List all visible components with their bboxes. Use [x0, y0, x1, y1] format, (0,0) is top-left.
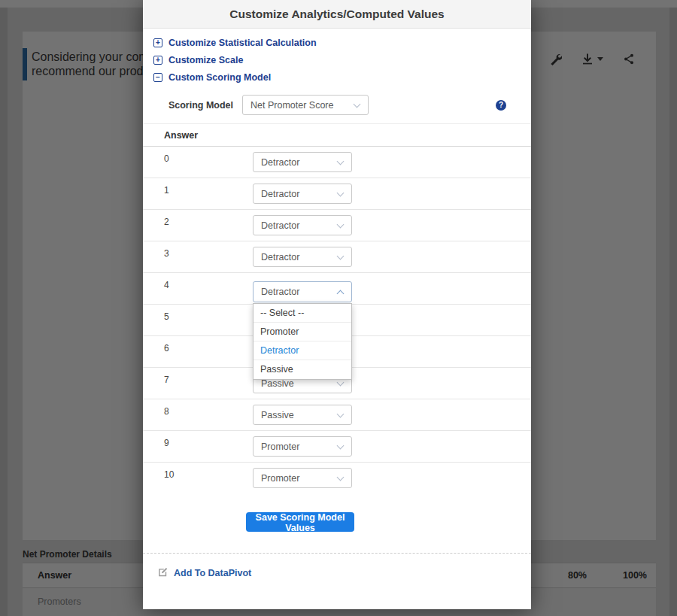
- accordion-sections: +Customize Statistical Calculation+Custo…: [143, 29, 531, 83]
- selected-category: Detractor: [261, 287, 299, 297]
- answer-row-9: 9Promoter: [143, 431, 531, 463]
- answer-category-select[interactable]: Detractor: [253, 215, 352, 235]
- minus-square-icon[interactable]: −: [153, 73, 162, 82]
- answer-row-10: 10Promoter: [143, 463, 531, 494]
- dropdown-options-panel: -- Select --PromoterDetractorPassive: [253, 303, 352, 380]
- answer-value-label: 4: [164, 280, 169, 290]
- chevron-down-icon: [337, 442, 345, 450]
- selected-category: Detractor: [261, 252, 299, 262]
- answer-category-select[interactable]: Promoter: [253, 468, 352, 488]
- answer-table-header: Answer: [143, 124, 531, 147]
- selected-category: Detractor: [261, 220, 299, 231]
- answer-category-select[interactable]: Detractor: [253, 247, 352, 267]
- answer-value-label: 0: [164, 153, 169, 164]
- scoring-model-select[interactable]: Net Promoter Score: [242, 95, 369, 115]
- selected-category: Promoter: [261, 473, 299, 484]
- answer-header-label: Answer: [164, 130, 198, 141]
- answer-value-label: 3: [164, 248, 169, 259]
- scoring-model-row: Scoring Model Net Promoter Score ?: [143, 95, 531, 115]
- answer-value-label: 2: [164, 217, 169, 227]
- section-label: Customize Scale: [168, 55, 243, 65]
- selected-category: Detractor: [261, 189, 299, 199]
- dropdown-option[interactable]: -- Select --: [253, 304, 351, 323]
- answer-value-label: 1: [164, 185, 169, 196]
- chevron-down-icon: [337, 411, 345, 418]
- answer-value-label: 8: [164, 406, 169, 417]
- scoring-model-value: Net Promoter Score: [250, 100, 333, 111]
- chevron-down-icon: [337, 474, 345, 481]
- answer-value-label: 10: [164, 469, 174, 480]
- chevron-down-icon: [337, 379, 345, 387]
- plus-square-icon[interactable]: +: [153, 56, 162, 65]
- save-scoring-model-button[interactable]: Save Scoring Model Values: [246, 512, 354, 532]
- chevron-down-icon: [337, 221, 345, 229]
- add-to-datapivot-label: Add To DataPivot: [174, 568, 251, 578]
- answer-value-label: 7: [164, 375, 169, 385]
- scoring-model-label: Scoring Model: [153, 100, 233, 111]
- chevron-down-icon: [337, 253, 345, 260]
- accordion-section-customize-scale[interactable]: +Customize Scale: [153, 53, 521, 66]
- save-button-row: Save Scoring Model Values: [143, 512, 531, 532]
- edit-icon: [158, 566, 168, 580]
- dropdown-option[interactable]: Promoter: [253, 323, 351, 341]
- add-to-datapivot-link[interactable]: Add To DataPivot: [158, 566, 531, 580]
- chevron-down-icon: [337, 190, 345, 197]
- modal-header: Customize Analytics/Computed Values: [143, 0, 531, 29]
- answer-value-label: 9: [164, 438, 169, 448]
- selected-category: Detractor: [261, 157, 299, 168]
- answer-row-3: 3Detractor: [143, 241, 531, 273]
- answer-value-label: 6: [164, 343, 169, 354]
- selected-category: Passive: [261, 410, 294, 420]
- selected-category: Promoter: [261, 442, 299, 452]
- section-label: Custom Scoring Model: [168, 72, 271, 83]
- answer-row-0: 0Detractor: [143, 147, 531, 178]
- answer-rows: 0Detractor1Detractor2Detractor3Detractor…: [143, 147, 531, 494]
- answer-category-select[interactable]: Promoter: [253, 436, 352, 457]
- accordion-section-customize-statistical-calculation[interactable]: +Customize Statistical Calculation: [153, 36, 521, 49]
- answer-category-select[interactable]: Detractor: [253, 281, 352, 302]
- answer-value-label: 5: [164, 311, 169, 322]
- answer-row-4: 4Detractor-- Select --PromoterDetractorP…: [143, 273, 531, 305]
- answer-row-1: 1Detractor: [143, 178, 531, 210]
- answer-category-select[interactable]: Detractor: [253, 184, 352, 204]
- customize-analytics-modal: Customize Analytics/Computed Values +Cus…: [143, 0, 531, 609]
- answer-category-select[interactable]: Passive: [253, 405, 352, 425]
- answer-category-select[interactable]: Detractor: [253, 152, 352, 172]
- answer-row-2: 2Detractor: [143, 210, 531, 241]
- answer-row-8: 8Passive: [143, 399, 531, 431]
- plus-square-icon[interactable]: +: [153, 38, 162, 47]
- dropdown-option[interactable]: Detractor: [253, 341, 351, 360]
- dropdown-option[interactable]: Passive: [253, 360, 351, 379]
- answer-table: Answer 0Detractor1Detractor2Detractor3De…: [143, 123, 531, 494]
- chevron-up-icon: [337, 290, 345, 298]
- footer-divider: [143, 553, 531, 554]
- chevron-down-icon: [337, 158, 345, 165]
- help-icon[interactable]: ?: [496, 100, 506, 111]
- section-label: Customize Statistical Calculation: [168, 38, 317, 48]
- accordion-section-custom-scoring-model[interactable]: −Custom Scoring Model: [153, 71, 521, 83]
- modal-title: Customize Analytics/Computed Values: [229, 8, 444, 20]
- chevron-down-icon: [354, 101, 361, 108]
